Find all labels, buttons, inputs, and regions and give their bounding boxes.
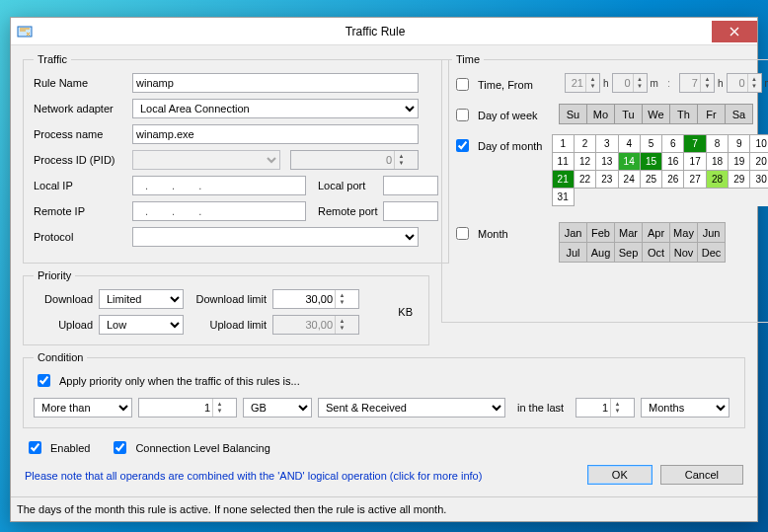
day-cell[interactable]: 9 (729, 135, 750, 153)
day-cell[interactable]: 1 (552, 135, 574, 153)
dow-grid: SuMoTuWeThFrSa (559, 104, 753, 124)
month-cell[interactable]: Jan (560, 223, 587, 243)
month-cell[interactable]: May (670, 223, 698, 243)
month-label: Month (478, 228, 508, 240)
note-link[interactable]: Please note that all operands are combin… (23, 466, 585, 482)
day-cell[interactable]: 21 (552, 171, 574, 189)
traffic-legend: Traffic (34, 53, 71, 65)
day-cell[interactable]: 26 (662, 171, 684, 189)
dow-cell[interactable]: We (643, 105, 670, 124)
apply-priority-checkbox[interactable] (38, 374, 50, 387)
protocol-select[interactable] (132, 227, 419, 247)
rule-name-input[interactable] (132, 73, 419, 93)
priority-legend: Priority (34, 269, 75, 281)
upload-priority-select[interactable]: Low (99, 315, 184, 335)
month-cell[interactable]: Jun (698, 223, 726, 243)
pid-spinner[interactable]: ▲▼ (290, 150, 419, 170)
download-limit-label: Download limit (190, 293, 267, 305)
ok-button[interactable]: OK (587, 465, 653, 485)
day-cell[interactable]: 17 (684, 153, 706, 171)
traffic-rule-dialog: Traffic Rule Traffic Rule Name Network a… (10, 17, 758, 522)
day-cell[interactable]: 4 (618, 135, 640, 153)
day-cell[interactable]: 24 (618, 171, 640, 189)
day-cell[interactable]: 5 (640, 135, 661, 153)
limit-unit: KB (392, 306, 419, 318)
day-cell[interactable]: 29 (729, 171, 750, 189)
remote-ip-input[interactable]: ... (132, 201, 306, 221)
month-cell[interactable]: Apr (643, 223, 670, 243)
dow-cell[interactable]: Tu (615, 105, 643, 124)
month-cell[interactable]: Mar (615, 223, 643, 243)
from-min-spinner[interactable]: ▲▼ (612, 73, 648, 93)
month-cell[interactable]: Nov (670, 243, 698, 263)
day-cell[interactable]: 30 (750, 171, 768, 189)
from-hour-spinner[interactable]: ▲▼ (565, 73, 600, 93)
close-button[interactable] (712, 21, 757, 42)
month-cell[interactable]: Oct (643, 243, 670, 263)
inlast-value-spinner[interactable]: ▲▼ (576, 398, 635, 418)
day-cell[interactable]: 12 (574, 153, 595, 171)
cancel-button[interactable]: Cancel (660, 465, 743, 485)
enabled-checkbox[interactable] (29, 441, 41, 454)
condition-amount-spinner[interactable]: ▲▼ (138, 398, 237, 418)
download-limit-spinner[interactable]: ▲▼ (272, 289, 359, 309)
dow-cell[interactable]: Th (670, 105, 698, 124)
process-name-label: Process name (34, 128, 128, 140)
dow-cell[interactable]: Sa (726, 105, 753, 124)
local-port-input[interactable] (383, 176, 438, 195)
day-cell[interactable]: 20 (750, 153, 768, 171)
to-min-spinner[interactable]: ▲▼ (727, 73, 762, 93)
condition-direction-select[interactable]: Sent & Received (318, 398, 505, 418)
download-priority-select[interactable]: Limited (99, 289, 184, 309)
dow-checkbox[interactable] (456, 109, 469, 121)
network-adapter-select[interactable]: Local Area Connection (132, 99, 419, 118)
dow-cell[interactable]: Su (560, 105, 587, 124)
dow-cell[interactable]: Mo (587, 105, 615, 124)
month-checkbox[interactable] (456, 227, 469, 240)
day-cell[interactable]: 14 (618, 153, 640, 171)
inlast-unit-select[interactable]: Months (641, 398, 730, 418)
day-cell[interactable]: 28 (706, 171, 728, 189)
process-name-input[interactable] (132, 124, 419, 144)
month-cell[interactable]: Dec (698, 243, 726, 263)
day-cell[interactable]: 8 (706, 135, 728, 153)
protocol-label: Protocol (34, 231, 128, 243)
upload-limit-label: Upload limit (190, 319, 267, 331)
time-group: Time Time, From ▲▼ h ▲▼ m : ▲▼ (441, 53, 768, 323)
day-cell[interactable]: 18 (706, 153, 728, 171)
day-cell[interactable]: 27 (684, 171, 706, 189)
dow-cell[interactable]: Fr (698, 105, 726, 124)
to-hour-spinner[interactable]: ▲▼ (679, 73, 715, 93)
remote-port-input[interactable] (383, 201, 438, 221)
day-cell[interactable]: 22 (574, 171, 595, 189)
month-cell[interactable]: Aug (587, 243, 615, 263)
condition-operator-select[interactable]: More than (34, 398, 132, 418)
month-cell[interactable]: Sep (615, 243, 643, 263)
day-cell[interactable]: 7 (684, 135, 706, 153)
clb-label: Connection Level Balancing (135, 442, 269, 454)
day-cell[interactable]: 23 (596, 171, 618, 189)
day-cell[interactable]: 16 (662, 153, 684, 171)
day-cell[interactable]: 6 (662, 135, 684, 153)
day-cell[interactable]: 3 (596, 135, 618, 153)
condition-legend: Condition (34, 351, 87, 363)
titlebar: Traffic Rule (11, 18, 757, 45)
upload-limit-spinner[interactable]: ▲▼ (272, 315, 359, 335)
time-from-checkbox[interactable] (456, 78, 469, 91)
day-cell[interactable]: 19 (729, 153, 750, 171)
pid-select[interactable] (132, 150, 280, 170)
day-cell[interactable]: 10 (750, 135, 768, 153)
inlast-label: in the last (511, 402, 570, 414)
day-cell[interactable]: 31 (552, 189, 574, 206)
month-cell[interactable]: Feb (587, 223, 615, 243)
clb-checkbox[interactable] (114, 441, 126, 454)
day-cell[interactable]: 11 (552, 153, 574, 171)
day-cell[interactable]: 13 (596, 153, 618, 171)
day-cell[interactable]: 2 (574, 135, 595, 153)
day-cell[interactable]: 15 (640, 153, 661, 171)
condition-unit-select[interactable]: GB (243, 398, 312, 418)
month-cell[interactable]: Jul (560, 243, 587, 263)
local-ip-input[interactable]: ... (132, 176, 306, 195)
dom-checkbox[interactable] (456, 139, 469, 152)
day-cell[interactable]: 25 (640, 171, 661, 189)
